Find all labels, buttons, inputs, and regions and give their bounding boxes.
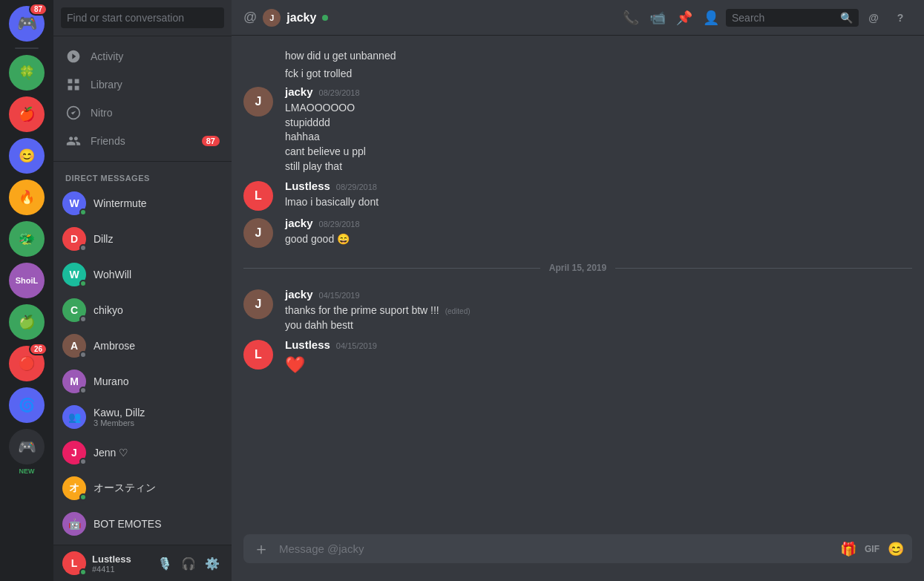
discord-logo: 🎮: [17, 14, 37, 33]
chat-recipient-name: jacky: [286, 11, 316, 24]
emoji-button[interactable]: 😊: [885, 539, 906, 559]
nav-item-activity[interactable]: Activity: [53, 42, 232, 70]
msg-avatar-jacky-3: J: [243, 289, 273, 319]
server-emoji-9: 🌀: [19, 397, 35, 413]
dm-panel: Activity Library Nitro Friends 87 DIRECT…: [53, 0, 232, 581]
nav-item-friends[interactable]: Friends 87: [53, 127, 232, 155]
dm-item-kawudillz[interactable]: 👥 Kawu, Dillz 3 Members: [53, 399, 232, 435]
dm-item-ambrose[interactable]: A Ambrose: [53, 328, 232, 364]
dm-item-wintermute[interactable]: W Wintermute: [53, 186, 232, 221]
server-icon-1[interactable]: 🍀: [9, 55, 45, 91]
video-call-button[interactable]: 📹: [646, 6, 669, 30]
continuation-msg-1: how did u get unbanned: [232, 47, 924, 65]
msg-username-lustless-2[interactable]: Lustless: [285, 338, 330, 351]
dm-name-wohwill: WohWill: [94, 269, 131, 280]
user-area: L Lustless #4411 🎙️ 🎧 ⚙️: [53, 545, 232, 581]
nitro-icon: [65, 105, 82, 121]
chat-input-box: ＋ 🎁 GIF 😊: [243, 534, 912, 563]
server-icon-6[interactable]: ShoiL: [9, 263, 45, 298]
msg-username-jacky-2[interactable]: jacky: [285, 217, 313, 229]
status-dot-jenn: [79, 458, 87, 465]
msg-username-lustless-1[interactable]: Lustless: [285, 180, 330, 192]
dm-section-label: DIRECT MESSAGES: [53, 162, 232, 186]
dm-avatar-letter-botemotes: 🤖: [68, 518, 81, 530]
user-area-avatar: L: [62, 551, 86, 575]
continuation-text-1: how did u get unbanned: [285, 50, 396, 62]
attach-button[interactable]: ＋: [249, 537, 273, 561]
msg-username-jacky-1[interactable]: jacky: [285, 85, 313, 98]
server-icon-9[interactable]: 🌀: [9, 387, 45, 423]
continuation-text-2: fck i got trolled: [285, 68, 352, 79]
dm-item-chikyo[interactable]: C chikyo: [53, 292, 232, 328]
status-dot-dillz: [79, 244, 87, 252]
dm-avatar-letter-wintermute: W: [69, 197, 79, 209]
server-icon-3[interactable]: 😊: [9, 138, 45, 174]
msg-text-lustless-1-0: lmao i basically dont: [285, 195, 912, 210]
dm-search-input[interactable]: [61, 7, 224, 28]
chat-header-avatar: J: [263, 9, 281, 27]
msg-text-jacky-1-4: still play that: [285, 160, 912, 174]
user-controls: 🎙️ 🎧 ⚙️: [154, 553, 223, 574]
dm-avatar-letter-chikyo: C: [71, 304, 78, 316]
server-emoji-1: 🍀: [19, 65, 35, 81]
pin-button[interactable]: 📌: [672, 6, 696, 30]
nav-label-activity: Activity: [91, 50, 123, 62]
server-icon-5[interactable]: 🐲: [9, 221, 45, 257]
nav-item-library[interactable]: Library: [53, 70, 232, 99]
user-info: Lustless #4411: [92, 554, 148, 574]
msg-avatar-lustless-2: L: [243, 340, 273, 370]
msg-text-lustless-2-0: ❤️: [285, 354, 912, 377]
chat-header-user: @ J jacky: [243, 9, 610, 27]
deafen-button[interactable]: 🎧: [178, 553, 199, 574]
settings-button[interactable]: ⚙️: [202, 553, 223, 574]
msg-avatar-lustless-1: L: [243, 181, 273, 211]
server-icon-2[interactable]: 🍎: [9, 96, 45, 132]
status-dot-wintermute: [79, 209, 87, 216]
server-icon-4[interactable]: 🔥: [9, 180, 45, 215]
server-icon-new[interactable]: NEW 🎮: [9, 429, 45, 465]
server-sidebar: 🎮 87 🍀 🍎 😊 🔥 🐲 ShoiL 🍏 🔴 26 🌀 NEW 🎮: [0, 0, 53, 581]
dm-avatar-wohwill: W: [62, 263, 86, 286]
message-group-lustless-2: L Lustless 04/15/2019 ❤️: [232, 335, 924, 380]
user-avatar-letter: L: [71, 557, 78, 569]
msg-timestamp-lustless-2: 04/15/2019: [336, 341, 377, 350]
server-icon-8[interactable]: 🔴 26: [9, 346, 45, 381]
dm-item-murano[interactable]: M Murano: [53, 364, 232, 399]
dm-name-ambrose: Ambrose: [94, 340, 135, 352]
inbox-button[interactable]: @: [862, 6, 885, 30]
dm-item-jenn[interactable]: J Jenn ♡: [53, 435, 232, 470]
dm-nav: Activity Library Nitro Friends 87: [53, 36, 232, 162]
dm-name-austin: オースティン: [94, 482, 156, 495]
msg-text-jacky-1-2: hahhaa: [285, 130, 912, 145]
msg-timestamp-jacky-1: 08/29/2018: [319, 88, 360, 97]
date-divider-april: April 15, 2019: [232, 251, 924, 285]
user-name: Lustless: [92, 554, 148, 565]
nav-item-nitro[interactable]: Nitro: [53, 99, 232, 127]
add-friend-button[interactable]: 👤: [699, 6, 723, 30]
dm-item-botemotes[interactable]: 🤖 BOT EMOTES: [53, 506, 232, 542]
header-avatar-letter: J: [269, 13, 274, 22]
server-icon-7[interactable]: 🍏: [9, 304, 45, 340]
chat-header: @ J jacky 📞 📹 📌 👤 🔍 @ ?: [232, 0, 924, 36]
dm-avatar-austin: オ: [62, 476, 86, 500]
server-emoji-3: 😊: [19, 148, 35, 164]
header-search-input[interactable]: [732, 12, 836, 24]
dm-item-wohwill[interactable]: W WohWill: [53, 257, 232, 292]
dm-item-dillz[interactable]: D Dillz: [53, 221, 232, 257]
gif-button[interactable]: GIF: [862, 539, 882, 559]
friends-icon: [65, 133, 82, 149]
msg-avatar-jacky-1: J: [243, 87, 273, 116]
msg-username-jacky-3[interactable]: jacky: [285, 288, 313, 301]
message-input[interactable]: [279, 534, 832, 563]
help-button[interactable]: ?: [888, 6, 912, 30]
voice-call-button[interactable]: 📞: [619, 6, 643, 30]
server-emoji-2: 🍎: [19, 106, 35, 122]
activity-icon: [65, 48, 82, 65]
dm-item-austin[interactable]: オ オースティン: [53, 470, 232, 506]
gift-button[interactable]: 🎁: [838, 539, 859, 559]
svg-rect-3: [75, 86, 79, 91]
mute-button[interactable]: 🎙️: [154, 553, 175, 574]
msg-header-lustless-2: Lustless 04/15/2019: [285, 338, 912, 351]
discord-home-button[interactable]: 🎮 87: [9, 6, 45, 42]
dm-avatar-letter-austin: オ: [69, 482, 79, 495]
